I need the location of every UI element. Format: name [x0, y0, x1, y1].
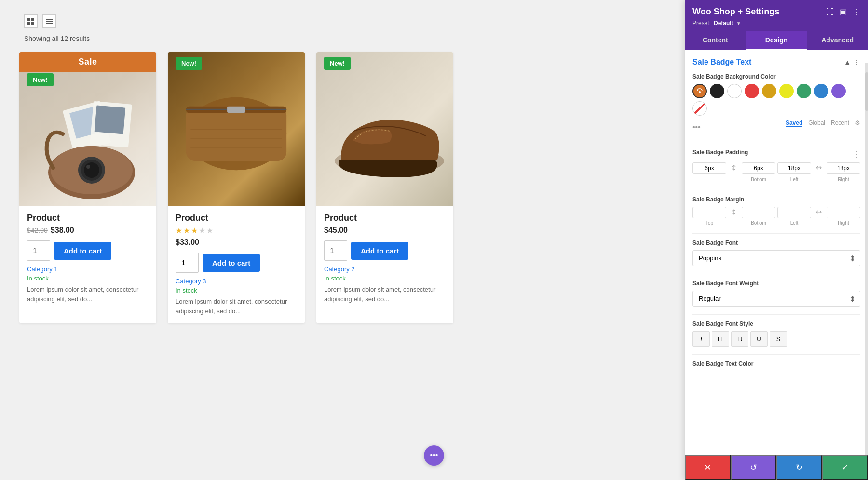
fullscreen-icon[interactable]: ⛶: [826, 8, 834, 16]
category-link-3[interactable]: Category 2: [324, 266, 446, 273]
color-tabs: Saved Global Recent ⚙: [786, 120, 860, 127]
divider-4: [692, 274, 860, 274]
color-swatches: [692, 84, 860, 116]
margin-field: Sale Badge Margin Top Bottom Left R: [692, 196, 860, 226]
add-to-cart-button-3[interactable]: Add to cart: [351, 242, 408, 260]
color-tab-recent[interactable]: Recent: [831, 120, 849, 127]
swatch-orange[interactable]: [692, 84, 707, 98]
floating-menu-button[interactable]: •••: [424, 445, 444, 466]
swatch-yellow-dark[interactable]: [762, 84, 776, 98]
qty-input-1[interactable]: [27, 240, 50, 261]
product-title-3: Product: [324, 213, 446, 223]
section-more-icon[interactable]: ⋮: [854, 58, 860, 66]
add-to-cart-button-2[interactable]: Add to cart: [203, 254, 260, 272]
color-settings-icon[interactable]: ⚙: [855, 120, 860, 127]
product-info-3: Product $45.00 Add to cart Category 2 In…: [316, 206, 453, 311]
capitalize-button[interactable]: Tt: [731, 331, 748, 347]
sidebar-icon[interactable]: ▣: [840, 7, 847, 16]
list-view-button[interactable]: [42, 14, 56, 28]
padding-right-input[interactable]: [827, 162, 860, 174]
product-image-1: Sale New!: [19, 52, 156, 206]
panel-title-row: Woo Shop + Settings ⛶ ▣ ⋮: [692, 7, 860, 17]
padding-top-input[interactable]: [692, 162, 726, 174]
product-card-3: New! Product $45.00: [316, 52, 453, 323]
star-1: ★: [176, 226, 182, 235]
panel-scrollbar[interactable]: [865, 63, 868, 455]
margin-inputs: [692, 207, 860, 218]
padding-left-input[interactable]: [777, 162, 811, 174]
margin-top-label: Top: [692, 220, 726, 226]
section-title: Sale Badge Text: [692, 58, 751, 67]
price-row-2: $33.00: [176, 238, 297, 247]
star-2: ★: [183, 226, 190, 235]
font-label: Sale Badge Font: [692, 240, 860, 246]
bg-color-label: Sale Badge Background Color: [692, 73, 860, 80]
color-tab-global[interactable]: Global: [808, 120, 825, 127]
preset-value[interactable]: Default: [714, 20, 733, 27]
swatch-yellow[interactable]: [779, 84, 794, 98]
grid-view-button[interactable]: [24, 14, 38, 28]
more-icon[interactable]: ⋮: [853, 7, 860, 16]
more-colors-icon[interactable]: •••: [692, 123, 701, 132]
results-count: Showing all 12 results: [24, 35, 665, 42]
confirm-button[interactable]: ✓: [822, 455, 868, 480]
star-4: ★: [199, 226, 205, 235]
margin-bottom-input[interactable]: [742, 207, 775, 218]
color-tab-saved[interactable]: Saved: [786, 120, 802, 127]
cancel-button[interactable]: ✕: [685, 455, 731, 480]
padding-label: Sale Badge Padding: [692, 149, 748, 156]
italic-button[interactable]: I: [692, 331, 710, 347]
margin-left-input[interactable]: [777, 207, 811, 218]
swatch-green[interactable]: [797, 84, 811, 98]
svg-rect-5: [46, 21, 53, 22]
product-desc-1: Lorem ipsum dolor sit amet, consectetur …: [27, 285, 149, 304]
margin-right-input[interactable]: [827, 207, 860, 218]
padding-right-label: Right: [827, 177, 860, 182]
strikethrough-button[interactable]: S: [770, 331, 787, 347]
margin-label: Sale Badge Margin: [692, 196, 860, 203]
underline-button[interactable]: U: [750, 331, 768, 347]
qty-input-2[interactable]: [176, 253, 199, 273]
font-select[interactable]: Poppins Arial Roboto: [692, 250, 860, 266]
svg-rect-1: [31, 18, 34, 21]
product-desc-3: Lorem ipsum dolor sit amet, consectetur …: [324, 285, 446, 304]
font-weight-field: Sale Badge Font Weight Regular Bold Ligh…: [692, 280, 860, 307]
qty-input-3[interactable]: [324, 240, 347, 261]
add-to-cart-button-1[interactable]: Add to cart: [54, 242, 111, 260]
margin-left-label: Left: [777, 220, 811, 226]
divider-3: [692, 233, 860, 234]
padding-bottom-input[interactable]: [742, 162, 775, 174]
category-link-1[interactable]: Category 1: [27, 266, 149, 273]
font-weight-select[interactable]: Regular Bold Light: [692, 291, 860, 307]
sale-banner-1: Sale: [19, 52, 156, 72]
product-info-2: Product ★ ★ ★ ★ ★ $33.00 Add to cart Cat…: [168, 206, 305, 323]
padding-link-icon[interactable]: ⋮: [853, 150, 860, 159]
svg-rect-18: [186, 107, 286, 161]
star-rating-2: ★ ★ ★ ★ ★: [176, 226, 297, 235]
uppercase-button[interactable]: TT: [712, 331, 729, 347]
preset-chevron-icon: ▼: [736, 21, 741, 26]
undo-button[interactable]: ↺: [731, 455, 776, 480]
product-image-3: New!: [316, 52, 453, 206]
padding-top-label: [692, 177, 726, 182]
view-toolbar: [24, 14, 665, 28]
category-link-2[interactable]: Category 3: [176, 278, 297, 285]
redo-button[interactable]: ↻: [776, 455, 822, 480]
link-left-right-icon: [813, 165, 825, 172]
tab-design[interactable]: Design: [746, 31, 807, 50]
swatch-purple[interactable]: [831, 84, 846, 98]
swatch-none[interactable]: [692, 101, 707, 116]
product-card-2: New! Product: [168, 52, 305, 323]
panel-header: Woo Shop + Settings ⛶ ▣ ⋮ Preset: Defaul…: [685, 0, 868, 31]
swatch-white[interactable]: [727, 84, 742, 98]
swatch-red[interactable]: [745, 84, 759, 98]
product-grid: Sale New!: [19, 52, 453, 323]
swatch-black[interactable]: [710, 84, 724, 98]
margin-top-input[interactable]: [692, 207, 726, 218]
font-select-wrap: Poppins Arial Roboto ⬍: [692, 250, 860, 266]
collapse-icon[interactable]: ▲: [844, 58, 851, 66]
tab-content[interactable]: Content: [685, 31, 746, 50]
tab-advanced[interactable]: Advanced: [807, 31, 868, 50]
panel-body: Sale Badge Text ▲ ⋮ Sale Badge Backgroun…: [685, 50, 868, 455]
swatch-blue[interactable]: [814, 84, 828, 98]
